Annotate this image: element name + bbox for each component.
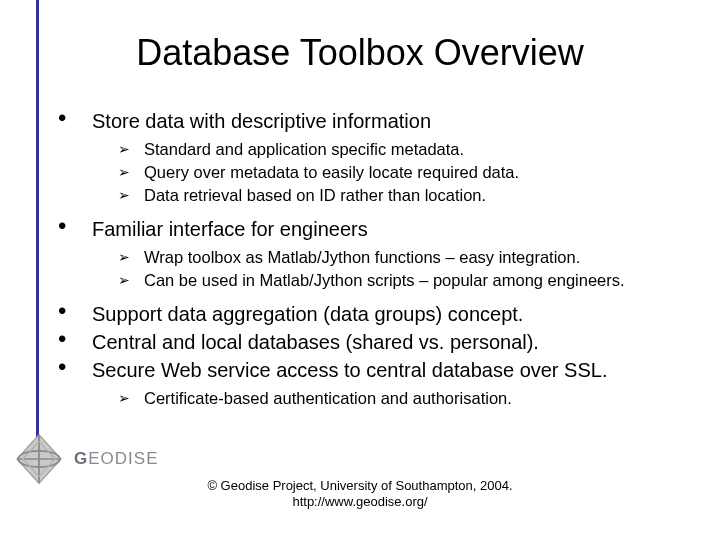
- arrow-icon: ➢: [118, 161, 144, 183]
- bullet-text: Central and local databases (shared vs. …: [92, 329, 539, 355]
- bullet-text: Secure Web service access to central dat…: [92, 357, 607, 383]
- arrow-icon: ➢: [118, 269, 144, 291]
- sub-bullet-group: ➢ Certificate-based authentication and a…: [118, 387, 698, 409]
- sub-bullet-text: Wrap toolbox as Matlab/Jython functions …: [144, 246, 580, 268]
- brand-wordmark: GEODISE: [74, 449, 158, 469]
- bullet-text: Support data aggregation (data groups) c…: [92, 301, 523, 327]
- bullet-text: Familiar interface for engineers: [92, 216, 368, 242]
- slide-body: • Store data with descriptive informatio…: [58, 108, 698, 419]
- sub-bullet-text: Query over metadata to easily locate req…: [144, 161, 519, 183]
- bullet-item: • Secure Web service access to central d…: [58, 357, 698, 383]
- arrow-icon: ➢: [118, 138, 144, 160]
- bullet-dot-icon: •: [58, 301, 92, 321]
- bullet-item: • Store data with descriptive informatio…: [58, 108, 698, 134]
- bullet-item: • Familiar interface for engineers: [58, 216, 698, 242]
- footer-copyright: © Geodise Project, University of Southam…: [0, 478, 720, 494]
- sub-bullet-item: ➢ Standard and application specific meta…: [118, 138, 698, 160]
- bullet-item: • Support data aggregation (data groups)…: [58, 301, 698, 327]
- slide-footer: © Geodise Project, University of Southam…: [0, 478, 720, 510]
- bullet-dot-icon: •: [58, 108, 92, 128]
- sub-bullet-text: Can be used in Matlab/Jython scripts – p…: [144, 269, 625, 291]
- arrow-icon: ➢: [118, 184, 144, 206]
- bullet-dot-icon: •: [58, 216, 92, 236]
- sub-bullet-item: ➢ Query over metadata to easily locate r…: [118, 161, 698, 183]
- sub-bullet-group: ➢ Wrap toolbox as Matlab/Jython function…: [118, 246, 698, 291]
- sub-bullet-text: Certificate-based authentication and aut…: [144, 387, 512, 409]
- sub-bullet-group: ➢ Standard and application specific meta…: [118, 138, 698, 206]
- sub-bullet-item: ➢ Data retrieval based on ID rather than…: [118, 184, 698, 206]
- arrow-icon: ➢: [118, 246, 144, 268]
- bullet-dot-icon: •: [58, 357, 92, 377]
- bullet-text: Store data with descriptive information: [92, 108, 431, 134]
- sub-bullet-item: ➢ Certificate-based authentication and a…: [118, 387, 698, 409]
- sub-bullet-item: ➢ Can be used in Matlab/Jython scripts –…: [118, 269, 698, 291]
- slide-title: Database Toolbox Overview: [0, 32, 720, 74]
- sub-bullet-item: ➢ Wrap toolbox as Matlab/Jython function…: [118, 246, 698, 268]
- bullet-dot-icon: •: [58, 329, 92, 349]
- bullet-item: • Central and local databases (shared vs…: [58, 329, 698, 355]
- footer-url: http://www.geodise.org/: [0, 494, 720, 510]
- sub-bullet-text: Standard and application specific metada…: [144, 138, 464, 160]
- arrow-icon: ➢: [118, 387, 144, 409]
- sub-bullet-text: Data retrieval based on ID rather than l…: [144, 184, 486, 206]
